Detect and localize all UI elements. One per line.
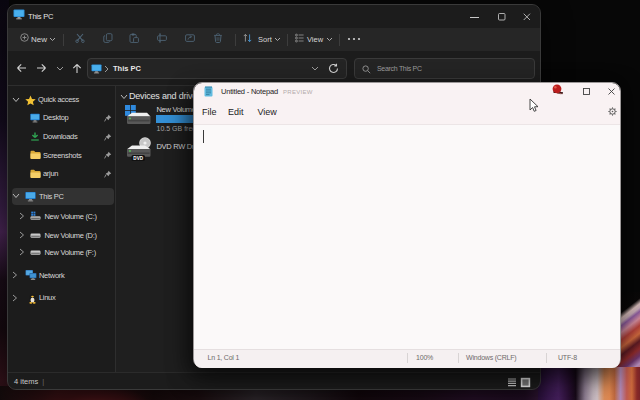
svg-text:DVD: DVD bbox=[133, 156, 143, 161]
